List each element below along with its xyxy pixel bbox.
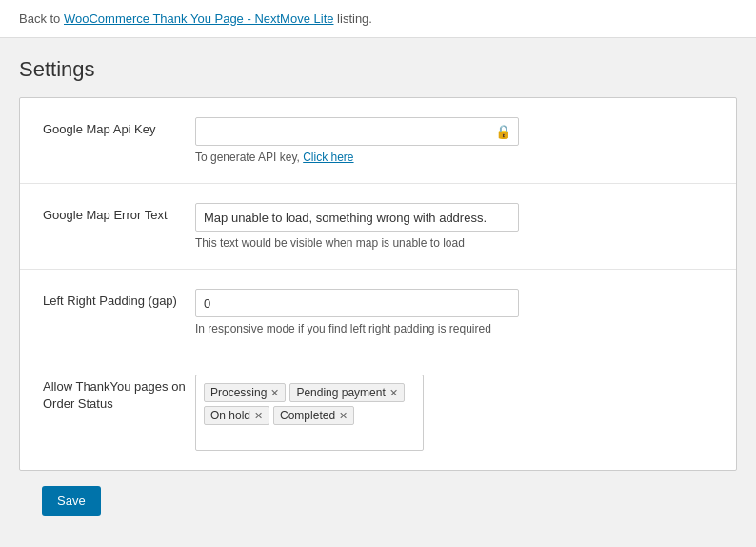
google-map-api-key-content: 🔒 To generate API key, Click here [195, 117, 713, 164]
top-bar: Back to WooCommerce Thank You Page - Nex… [0, 0, 756, 38]
tag-processing-label: Processing [210, 386, 267, 399]
order-status-row: Allow ThankYou pages on Order Status Pro… [20, 355, 736, 470]
page-content: Settings Google Map Api Key 🔒 To generat… [0, 38, 756, 547]
tags-row-2: On hold ✕ Completed ✕ [204, 406, 415, 425]
order-status-content: Processing ✕ Pending payment ✕ On hold ✕ [195, 375, 713, 451]
left-right-padding-label: Left Right Padding (gap) [43, 289, 195, 310]
settings-card: Google Map Api Key 🔒 To generate API key… [19, 97, 737, 471]
tag-pending-payment: Pending payment ✕ [289, 383, 404, 402]
google-map-error-text-label: Google Map Error Text [43, 203, 195, 224]
google-map-error-text-row: Google Map Error Text This text would be… [20, 184, 736, 270]
google-map-api-key-row: Google Map Api Key 🔒 To generate API key… [20, 98, 736, 184]
back-suffix: listing. [337, 11, 372, 26]
listing-link[interactable]: WooCommerce Thank You Page - NextMove Li… [64, 11, 334, 26]
back-prefix: Back to [19, 11, 60, 26]
tags-row-1: Processing ✕ Pending payment ✕ [204, 383, 415, 402]
tag-on-hold-label: On hold [210, 409, 250, 422]
order-status-tags-box: Processing ✕ Pending payment ✕ On hold ✕ [195, 375, 424, 451]
save-button[interactable]: Save [42, 486, 101, 516]
google-map-api-key-input[interactable] [195, 117, 519, 146]
tag-processing-remove[interactable]: ✕ [270, 388, 279, 398]
order-status-label: Allow ThankYou pages on Order Status [43, 375, 195, 413]
tag-on-hold: On hold ✕ [204, 406, 269, 425]
tag-completed-remove[interactable]: ✕ [339, 411, 348, 421]
key-icon: 🔒 [495, 124, 511, 139]
padding-helper: In responsive mode if you find left righ… [195, 322, 713, 335]
click-here-link[interactable]: Click here [303, 151, 353, 164]
tag-completed-label: Completed [280, 409, 335, 422]
google-map-api-key-label: Google Map Api Key [43, 117, 195, 138]
tag-processing: Processing ✕ [204, 383, 286, 402]
left-right-padding-content: In responsive mode if you find left righ… [195, 289, 713, 335]
left-right-padding-input[interactable] [195, 289, 519, 317]
page-title: Settings [19, 57, 737, 82]
api-key-helper: To generate API key, Click here [195, 151, 713, 164]
tag-on-hold-remove[interactable]: ✕ [254, 411, 263, 421]
tag-pending-payment-label: Pending payment [296, 386, 385, 399]
tag-completed: Completed ✕ [273, 406, 354, 425]
api-key-input-wrapper: 🔒 [195, 117, 519, 146]
tag-pending-payment-remove[interactable]: ✕ [389, 388, 398, 398]
left-right-padding-row: Left Right Padding (gap) In responsive m… [20, 270, 736, 355]
google-map-error-text-content: This text would be visible when map is u… [195, 203, 713, 250]
error-text-helper: This text would be visible when map is u… [195, 236, 713, 250]
google-map-error-text-input[interactable] [195, 203, 519, 232]
